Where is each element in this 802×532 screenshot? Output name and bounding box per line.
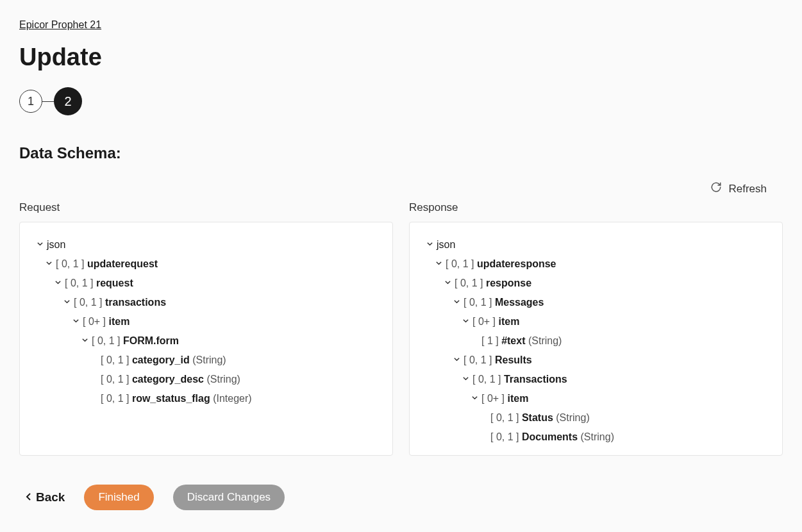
node-label: [ 0+ ] item bbox=[481, 393, 528, 404]
node-label: [ 0+ ] item bbox=[472, 316, 519, 328]
discard-changes-button[interactable]: Discard Changes bbox=[173, 485, 285, 510]
chevron-down-icon[interactable] bbox=[62, 298, 71, 307]
tree-node[interactable]: [ 0+ ] item bbox=[425, 389, 767, 408]
tree-node[interactable]: json bbox=[35, 235, 377, 254]
node-label: [ 0, 1 ] Messages bbox=[464, 297, 544, 308]
request-panel: json [ 0, 1 ] updaterequest [ 0, 1 ] req… bbox=[19, 222, 393, 456]
node-label: [ 0, 1 ] Documents (String) bbox=[490, 431, 614, 443]
tree-node[interactable]: [ 0, 1 ] updateresponse bbox=[425, 254, 767, 274]
chevron-down-icon[interactable] bbox=[425, 240, 434, 249]
chevron-down-icon[interactable] bbox=[452, 356, 461, 365]
tree-node[interactable]: [ 0, 1 ] FORM.form bbox=[35, 331, 377, 351]
chevron-down-icon[interactable] bbox=[470, 394, 479, 403]
back-button[interactable]: Back bbox=[26, 490, 65, 504]
tree-node: [ 1 ] #text (String) bbox=[425, 331, 767, 351]
tree-node[interactable]: [ 0+ ] item bbox=[35, 312, 377, 331]
tree-node[interactable]: [ 0, 1 ] updaterequest bbox=[35, 254, 377, 274]
finished-button[interactable]: Finished bbox=[84, 485, 153, 510]
chevron-down-icon[interactable] bbox=[35, 240, 44, 249]
tree-node[interactable]: [ 0, 1 ] transactions bbox=[35, 293, 377, 312]
node-label: [ 0, 1 ] updaterequest bbox=[56, 258, 158, 270]
tree-node[interactable]: [ 0, 1 ] response bbox=[425, 274, 767, 293]
chevron-down-icon[interactable] bbox=[452, 298, 461, 307]
node-label: json bbox=[437, 239, 455, 251]
step-2[interactable]: 2 bbox=[54, 87, 82, 115]
chevron-down-icon[interactable] bbox=[461, 317, 470, 326]
step-1[interactable]: 1 bbox=[19, 90, 42, 113]
tree-node[interactable]: json bbox=[425, 235, 767, 254]
tree-node[interactable]: [ 0, 1 ] Messages bbox=[425, 293, 767, 312]
node-label: [ 0, 1 ] category_desc (String) bbox=[101, 374, 240, 385]
tree-node: [ 0, 1 ] category_id (String) bbox=[35, 351, 377, 370]
schema-row: Request json [ 0, 1 ] updaterequest [ 0,… bbox=[19, 201, 783, 456]
node-label: [ 0, 1 ] updateresponse bbox=[446, 258, 556, 270]
response-panel: json [ 0, 1 ] updateresponse [ 0, 1 ] re… bbox=[409, 222, 783, 456]
node-label: [ 0, 1 ] request bbox=[65, 278, 133, 289]
node-label: [ 0, 1 ] row_status_flag (Integer) bbox=[101, 393, 252, 404]
step-connector bbox=[42, 101, 54, 102]
tree-node[interactable]: [ 0, 1 ] Transactions bbox=[425, 370, 767, 389]
stepper: 1 2 bbox=[19, 87, 783, 115]
node-label: [ 0, 1 ] category_id (String) bbox=[101, 354, 226, 366]
node-label: [ 0, 1 ] response bbox=[455, 278, 531, 289]
back-label: Back bbox=[36, 490, 65, 504]
response-label: Response bbox=[409, 201, 783, 214]
chevron-down-icon[interactable] bbox=[53, 279, 62, 288]
tree-node: [ 0, 1 ] category_desc (String) bbox=[35, 370, 377, 389]
page-title: Update bbox=[19, 44, 783, 71]
tree-node[interactable]: [ 0, 1 ] request bbox=[35, 274, 377, 293]
tree-node[interactable]: [ 0, 1 ] Results bbox=[425, 351, 767, 370]
tree-node: [ 0, 1 ] Documents (String) bbox=[425, 428, 767, 447]
node-label: [ 0, 1 ] Results bbox=[464, 354, 532, 366]
node-label: [ 0, 1 ] Status (String) bbox=[490, 412, 590, 424]
node-label: [ 0, 1 ] transactions bbox=[74, 297, 166, 308]
footer: Back Finished Discard Changes bbox=[19, 485, 783, 510]
chevron-down-icon[interactable] bbox=[80, 337, 89, 345]
node-label: [ 0+ ] item bbox=[83, 316, 129, 328]
refresh-icon bbox=[710, 181, 722, 196]
chevron-left-icon bbox=[26, 490, 32, 504]
refresh-label: Refresh bbox=[728, 183, 767, 195]
tree-node[interactable]: [ 0+ ] item bbox=[425, 312, 767, 331]
section-title: Data Schema: bbox=[19, 144, 783, 162]
refresh-button[interactable]: Refresh bbox=[710, 181, 767, 196]
breadcrumb-link[interactable]: Epicor Prophet 21 bbox=[19, 19, 101, 30]
node-label: json bbox=[47, 239, 65, 251]
tree-node: [ 0, 1 ] Status (String) bbox=[425, 408, 767, 428]
node-label: [ 0, 1 ] FORM.form bbox=[92, 335, 179, 347]
chevron-down-icon[interactable] bbox=[461, 375, 470, 384]
node-label: [ 0, 1 ] Transactions bbox=[472, 374, 567, 385]
tree-node: [ 0, 1 ] row_status_flag (Integer) bbox=[35, 389, 377, 408]
chevron-down-icon[interactable] bbox=[443, 279, 452, 288]
chevron-down-icon[interactable] bbox=[434, 260, 443, 269]
chevron-down-icon[interactable] bbox=[71, 317, 80, 326]
request-label: Request bbox=[19, 201, 393, 214]
chevron-down-icon[interactable] bbox=[44, 260, 53, 269]
node-label: [ 1 ] #text (String) bbox=[481, 335, 562, 347]
